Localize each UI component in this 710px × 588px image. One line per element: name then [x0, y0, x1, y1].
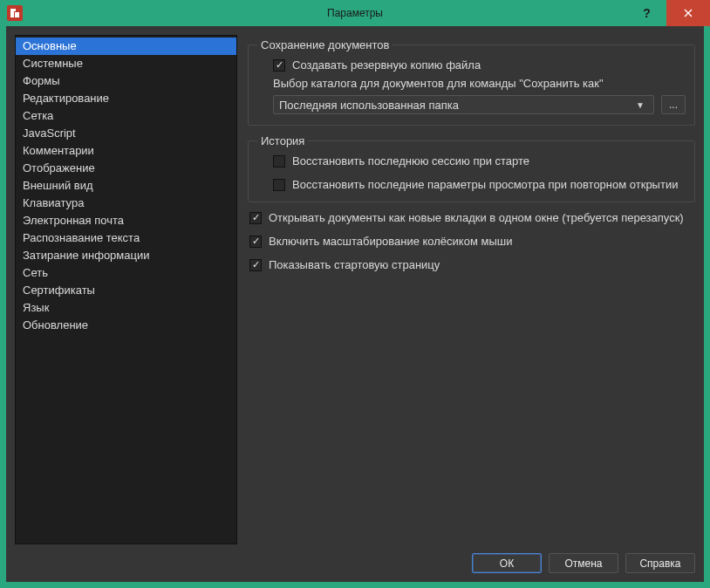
opt-wheel-label: Включить масштабирование колёсиком мыши [269, 235, 512, 248]
close-icon [684, 9, 693, 17]
title-controls: ? [627, 0, 710, 26]
close-button[interactable] [666, 0, 710, 26]
sidebar-item-8[interactable]: Внешний вид [16, 177, 236, 195]
opt-start-row[interactable]: Показывать стартовую страницу [249, 258, 695, 271]
backup-checkbox-label: Создавать резервную копию файла [292, 58, 481, 72]
opt-tabs-checkbox[interactable] [249, 212, 262, 224]
main-panel: Сохранение документов Создавать резервну… [248, 35, 695, 544]
cancel-button[interactable]: Отмена [549, 553, 618, 573]
sidebar-item-10[interactable]: Электронная почта [16, 212, 236, 229]
sidebar-item-14[interactable]: Сертификаты [16, 282, 236, 299]
client-area: ОсновныеСистемныеФормыРедактированиеСетк… [6, 26, 704, 582]
save-folder-select-value: Последняя использованная папка [279, 99, 632, 112]
sidebar-item-2[interactable]: Формы [16, 72, 236, 90]
sidebar-item-15[interactable]: Язык [16, 299, 236, 317]
restore-view-label: Восстановить последние параметры просмот… [292, 178, 678, 191]
help-button-bottom[interactable]: Справка [625, 553, 695, 573]
opt-wheel-checkbox[interactable] [249, 236, 262, 248]
backup-checkbox[interactable] [273, 59, 285, 72]
content-row: ОсновныеСистемныеФормыРедактированиеСетк… [15, 35, 695, 544]
sidebar-item-1[interactable]: Системные [16, 55, 236, 72]
sidebar-item-13[interactable]: Сеть [16, 264, 236, 282]
opt-start-checkbox[interactable] [249, 259, 262, 271]
button-bar: ОК Отмена Справка [15, 544, 695, 573]
category-sidebar[interactable]: ОсновныеСистемныеФормыРедактированиеСетк… [15, 35, 237, 544]
titlebar: Параметры ? [0, 0, 710, 26]
restore-session-row[interactable]: Восстановить последнюю сессию при старте [273, 154, 686, 168]
group-history: История Восстановить последнюю сессию пр… [248, 134, 695, 202]
settings-window: Параметры ? ОсновныеСистемныеФормыРедакт… [0, 0, 710, 588]
browse-folder-button[interactable]: ... [661, 95, 686, 114]
sidebar-item-9[interactable]: Клавиатура [16, 195, 236, 212]
window-title: Параметры [0, 7, 710, 19]
chevron-down-icon: ▼ [632, 100, 648, 110]
ok-button[interactable]: ОК [472, 553, 542, 573]
group-save-documents: Сохранение документов Создавать резервну… [248, 38, 695, 126]
restore-view-checkbox[interactable] [273, 179, 285, 191]
restore-view-row[interactable]: Восстановить последние параметры просмот… [273, 178, 686, 191]
sidebar-item-5[interactable]: JavaScript [16, 125, 236, 142]
sidebar-item-3[interactable]: Редактирование [16, 90, 236, 107]
save-folder-label: Выбор каталога для документов для команд… [273, 77, 686, 90]
sidebar-item-12[interactable]: Затирание информации [16, 247, 236, 264]
restore-session-checkbox[interactable] [273, 155, 285, 168]
restore-session-label: Восстановить последнюю сессию при старте [292, 154, 529, 168]
save-folder-select[interactable]: Последняя использованная папка ▼ [273, 95, 654, 114]
sidebar-item-0[interactable]: Основные [16, 38, 236, 55]
sidebar-item-16[interactable]: Обновление [16, 317, 236, 334]
app-icon [7, 5, 23, 21]
sidebar-item-11[interactable]: Распознавание текста [16, 229, 236, 247]
opt-tabs-row[interactable]: Открывать документы как новые вкладки в … [249, 211, 695, 224]
free-options: Открывать документы как новые вкладки в … [248, 211, 695, 271]
group-history-legend: История [257, 134, 308, 147]
backup-checkbox-row[interactable]: Создавать резервную копию файла [273, 58, 686, 72]
help-button[interactable]: ? [627, 0, 666, 26]
opt-tabs-label: Открывать документы как новые вкладки в … [269, 211, 684, 224]
sidebar-item-4[interactable]: Сетка [16, 107, 236, 125]
sidebar-item-7[interactable]: Отображение [16, 160, 236, 177]
opt-wheel-row[interactable]: Включить масштабирование колёсиком мыши [249, 235, 695, 248]
group-save-legend: Сохранение документов [257, 38, 393, 51]
sidebar-item-6[interactable]: Комментарии [16, 142, 236, 160]
opt-start-label: Показывать стартовую страницу [269, 258, 440, 271]
